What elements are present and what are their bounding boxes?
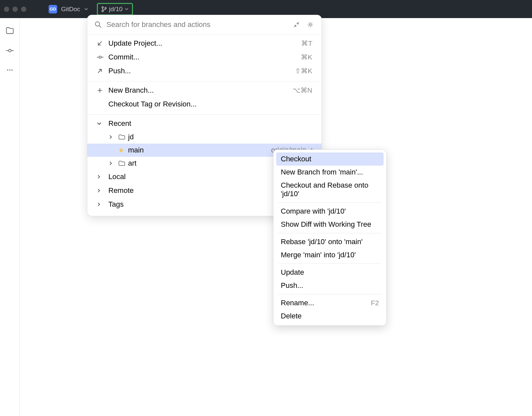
collapse-icon[interactable] xyxy=(293,21,300,28)
shortcut-text: ⇧⌘K xyxy=(295,67,312,75)
action-label: Commit... xyxy=(108,53,139,61)
commit-icon[interactable] xyxy=(6,46,14,55)
group-label: Recent xyxy=(108,119,131,128)
ctx-label: Compare with 'jd/10' xyxy=(281,207,346,216)
app-badge-text: GD xyxy=(50,7,56,12)
ctx-merge[interactable]: Merge 'main' into 'jd/10' xyxy=(276,248,384,262)
arrow-down-left-icon xyxy=(97,40,108,47)
ctx-label: Push... xyxy=(281,281,303,290)
checkout-tag-action[interactable]: Checkout Tag or Revision... xyxy=(87,97,321,111)
branch-name: main xyxy=(128,146,144,154)
branch-item-jd[interactable]: jd xyxy=(87,130,321,144)
chevron-right-icon xyxy=(97,188,108,193)
plus-icon xyxy=(97,87,108,94)
svg-line-10 xyxy=(99,26,101,28)
ctx-rebase[interactable]: Rebase 'jd/10' onto 'main' xyxy=(276,235,384,248)
app-badge: GD xyxy=(49,5,57,13)
chevron-right-icon xyxy=(97,202,108,207)
branch-name: jd xyxy=(128,133,134,141)
branch-label: jd/10 xyxy=(109,6,122,13)
ctx-label: Rename... xyxy=(281,299,314,307)
app-name[interactable]: GitDoc xyxy=(61,6,80,13)
branch-context-menu: Checkout New Branch from 'main'... Check… xyxy=(273,150,387,326)
chevron-down-icon[interactable] xyxy=(84,7,88,11)
ctx-label: Merge 'main' into 'jd/10' xyxy=(281,251,356,259)
action-label: New Branch... xyxy=(108,86,154,95)
commit-icon xyxy=(97,54,108,61)
arrow-up-right-icon xyxy=(97,68,108,74)
divider xyxy=(278,264,382,264)
zoom-window-button[interactable] xyxy=(21,7,26,12)
ctx-compare[interactable]: Compare with 'jd/10' xyxy=(276,205,384,218)
svg-point-8 xyxy=(11,69,12,71)
branch-selector[interactable]: jd/10 xyxy=(97,3,133,15)
more-icon[interactable] xyxy=(6,66,13,74)
shortcut-text: ⌘K xyxy=(301,53,312,61)
shortcut-text: F2 xyxy=(371,299,379,307)
group-label: Tags xyxy=(108,200,123,209)
svg-point-1 xyxy=(102,10,103,12)
group-label: Local xyxy=(108,173,126,181)
ctx-label: Rebase 'jd/10' onto 'main' xyxy=(281,238,363,246)
ctx-delete[interactable]: Delete xyxy=(276,310,384,323)
ctx-new-branch-from[interactable]: New Branch from 'main'... xyxy=(276,166,384,179)
new-branch-action[interactable]: New Branch... ⌥⌘N xyxy=(87,83,321,97)
ctx-push[interactable]: Push... xyxy=(276,279,384,292)
svg-point-11 xyxy=(309,24,311,26)
ctx-label: New Branch from 'main'... xyxy=(281,168,363,176)
ctx-rename[interactable]: Rename... F2 xyxy=(276,296,384,310)
sidebar xyxy=(0,18,20,416)
group-label: Remote xyxy=(108,186,134,195)
action-label: Update Project... xyxy=(108,39,162,48)
ctx-checkout[interactable]: Checkout xyxy=(276,152,384,166)
push-action[interactable]: Push... ⇧⌘K xyxy=(87,64,321,78)
branch-icon xyxy=(101,6,107,12)
window-controls xyxy=(4,7,26,12)
ctx-update[interactable]: Update xyxy=(276,266,384,279)
svg-point-12 xyxy=(99,56,101,58)
ctx-label: Update xyxy=(281,268,304,277)
svg-point-9 xyxy=(95,22,100,26)
action-label: Push... xyxy=(108,67,131,75)
chevron-right-icon xyxy=(108,161,118,166)
svg-point-0 xyxy=(102,7,103,8)
branch-name: art xyxy=(128,159,137,168)
svg-point-2 xyxy=(105,7,106,9)
ctx-checkout-rebase[interactable]: Checkout and Rebase onto 'jd/10' xyxy=(276,179,384,200)
chevron-down-icon xyxy=(97,121,108,126)
chevron-right-icon xyxy=(97,174,108,179)
svg-point-7 xyxy=(9,69,11,71)
search-input[interactable] xyxy=(106,20,289,29)
folder-icon xyxy=(118,160,128,167)
star-icon: ★ xyxy=(118,146,128,154)
shortcut-text: ⌥⌘N xyxy=(293,86,312,94)
divider xyxy=(278,233,382,233)
ctx-label: Show Diff with Working Tree xyxy=(281,220,371,229)
divider xyxy=(278,294,382,294)
search-row xyxy=(87,15,321,35)
shortcut-text: ⌘T xyxy=(301,39,312,47)
action-label: Checkout Tag or Revision... xyxy=(108,100,197,108)
folder-icon xyxy=(118,133,128,141)
svg-point-6 xyxy=(7,69,8,71)
ctx-label: Checkout xyxy=(281,155,311,163)
svg-point-3 xyxy=(9,49,11,52)
ctx-show-diff[interactable]: Show Diff with Working Tree xyxy=(276,218,384,231)
close-window-button[interactable] xyxy=(4,7,9,12)
ctx-label: Checkout and Rebase onto 'jd/10' xyxy=(281,181,379,198)
search-icon xyxy=(95,21,102,28)
chevron-down-icon xyxy=(124,7,129,11)
folder-icon[interactable] xyxy=(6,26,14,35)
minimize-window-button[interactable] xyxy=(12,7,18,12)
ctx-label: Delete xyxy=(281,312,302,320)
recent-group[interactable]: Recent xyxy=(87,117,321,130)
commit-action[interactable]: Commit... ⌘K xyxy=(87,50,321,64)
chevron-right-icon xyxy=(108,135,118,139)
update-project-action[interactable]: Update Project... ⌘T xyxy=(87,36,321,50)
gear-icon[interactable] xyxy=(307,21,314,28)
divider xyxy=(278,202,382,203)
